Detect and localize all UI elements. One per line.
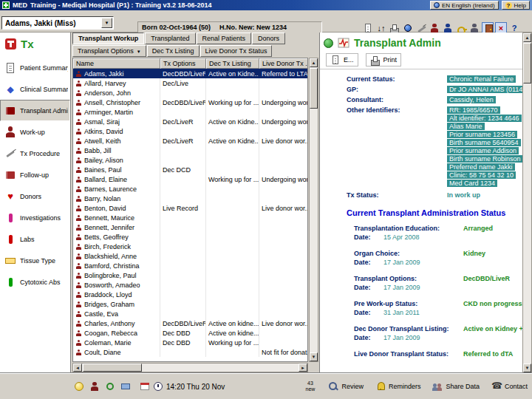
patient-row-coogan-rebecca[interactable]: Coogan, RebeccaDec DBDActive on kidne... bbox=[73, 328, 307, 338]
identifier-value: Med Card 1234 bbox=[447, 180, 497, 187]
filter-live-donor-tx-status[interactable]: Live Donor Tx Status bbox=[200, 45, 273, 57]
patient-row-bamford-christina[interactable]: Bamford, Christina bbox=[73, 261, 307, 270]
statusbar-item-contact[interactable]: Contact bbox=[491, 381, 528, 392]
tab-transplant-workup[interactable]: Transplant Workup bbox=[72, 33, 144, 44]
patient-name: Asmal, Siraj bbox=[84, 118, 120, 126]
scroll-up-button[interactable]: ▲ bbox=[310, 58, 318, 67]
scroll-down-button[interactable]: ▼ bbox=[523, 364, 531, 372]
language-button[interactable]: EN English (Ireland) bbox=[430, 1, 499, 10]
patient-name: Bridges, Graham bbox=[84, 301, 134, 308]
sidebar-item-follow-up[interactable]: Follow-up bbox=[0, 164, 70, 185]
user-status-icon[interactable] bbox=[89, 381, 100, 392]
sidebar-item-transplant-admin[interactable]: Transplant Admin bbox=[0, 100, 70, 121]
sidebar-item-labs[interactable]: Labs bbox=[0, 228, 70, 250]
patient-row-babb-jill[interactable]: Babb, Jill bbox=[73, 146, 307, 155]
help-button[interactable]: Help bbox=[502, 1, 530, 10]
help-button-label: Help bbox=[514, 2, 526, 9]
sidebar-item-clinical-summary[interactable]: Clinical Summary bbox=[0, 78, 70, 100]
patient-row-barry-nolan[interactable]: Barry, Nolan bbox=[73, 194, 307, 203]
patient-hno: H.No. New: New 1234 bbox=[219, 24, 295, 31]
scrollbar-thumb[interactable] bbox=[523, 43, 531, 83]
patient-row-asmal-siraj[interactable]: Asmal, SirajDec/LiveRActive on Kidne...U… bbox=[73, 117, 307, 126]
patient-row-allard-harvey[interactable]: Allard, HarveyDec/Live bbox=[73, 78, 307, 88]
card-icon[interactable] bbox=[120, 381, 131, 392]
patient-row-bosworth-amadeo[interactable]: Bosworth, Amadeo bbox=[73, 280, 307, 290]
scrollbar-thumb[interactable] bbox=[310, 68, 318, 109]
tab-renal-patients[interactable]: Renal Patients bbox=[197, 33, 252, 44]
lightbulb-icon[interactable] bbox=[74, 381, 84, 392]
sidebar-item-tx-procedure[interactable]: Tx Procedure bbox=[0, 143, 70, 164]
statusbar-item-share-data[interactable]: Share Data bbox=[432, 381, 480, 392]
patient-name: Adams, Jakki bbox=[84, 70, 124, 78]
tissue-type-icon bbox=[4, 255, 16, 267]
globe-icon bbox=[434, 2, 440, 8]
status-label: Live Donor Transplant Status: bbox=[354, 350, 463, 358]
chevron-down-icon[interactable] bbox=[101, 18, 112, 28]
identifier-value: Preferred name Jakki bbox=[447, 163, 515, 171]
patient-row-coleman-marie[interactable]: Coleman, MarieDec DBDWorking up for ... bbox=[73, 338, 307, 347]
recycle-icon[interactable] bbox=[105, 381, 115, 392]
worklist-horizontal-scrollbar[interactable]: ◄ ► bbox=[72, 363, 308, 372]
patient-row-atkins-david[interactable]: Atkins, David bbox=[73, 126, 307, 136]
window-title: Training - Mediqal Hospital (P1) : Train… bbox=[30, 1, 212, 9]
filter-dec-tx-listing[interactable]: Dec Tx Listing bbox=[147, 45, 200, 57]
status-value: Referred to dTA bbox=[463, 350, 513, 358]
refresh-icon[interactable] bbox=[324, 38, 333, 48]
tab-donors[interactable]: Donors bbox=[252, 33, 285, 44]
patient-row-bolingbroke-paul[interactable]: Bolingbroke, Paul bbox=[73, 270, 307, 280]
sidebar-item-donors[interactable]: Donors bbox=[0, 185, 70, 207]
patient-row-adams-jakki[interactable]: Adams, JakkiDecDBD/LiveRActive on Kidne.… bbox=[73, 69, 307, 78]
scrollbar-thumb[interactable] bbox=[83, 364, 142, 372]
scroll-left-button[interactable]: ◄ bbox=[73, 364, 82, 372]
column-header-dec-tx-listing[interactable]: Dec Tx Listing bbox=[206, 58, 259, 69]
patient-row-atwell-keith[interactable]: Atwell, KeithDec/LiveRActive on Kidne...… bbox=[73, 136, 307, 146]
tab-transplanted[interactable]: Transplanted bbox=[145, 33, 195, 44]
patient-row-arminger-martin[interactable]: Arminger, Martin bbox=[73, 107, 307, 117]
filter-transplant-options[interactable]: Transplant Options bbox=[72, 45, 146, 57]
patient-row-bennett-maurice[interactable]: Bennett, Maurice bbox=[73, 213, 307, 222]
patient-icon bbox=[75, 282, 82, 288]
sidebar-item-tissue-type[interactable]: Tissue Type bbox=[0, 250, 70, 271]
sidebar-item-patient-summary[interactable]: Patient Summary bbox=[0, 57, 70, 78]
detail-button-e[interactable]: E... bbox=[326, 53, 358, 66]
patient-row-barnes-laurence[interactable]: Barnes, Laurence bbox=[73, 184, 307, 194]
scroll-right-button[interactable]: ► bbox=[299, 364, 307, 372]
statusbar-item-label: Review bbox=[341, 383, 364, 390]
new-items-badge[interactable]: 43 new bbox=[306, 381, 316, 392]
statusbar-item-reminders[interactable]: Reminders bbox=[375, 381, 421, 392]
patient-row-charles-anthony[interactable]: Charles, AnthonyDecDBD/LiveRActive on ki… bbox=[73, 318, 307, 328]
patient-row-bailey-alison[interactable]: Bailey, Alison bbox=[73, 155, 307, 165]
patient-selector[interactable]: Adams, Jakki (Miss) bbox=[1, 16, 114, 30]
patient-row-castle-eva[interactable]: Castle, Eva bbox=[73, 309, 307, 318]
patient-row-anderson-john[interactable]: Anderson, John bbox=[73, 88, 307, 98]
patient-row-betts-geoffrey[interactable]: Betts, Geoffrey bbox=[73, 232, 307, 242]
detail-header: Transplant Admin bbox=[320, 33, 522, 52]
identifier-value: Alt identifier: 1234 4646 bbox=[447, 115, 522, 122]
patient-row-baines-paul[interactable]: Baines, PaulDec DCD bbox=[73, 165, 307, 174]
scroll-down-button[interactable]: ▼ bbox=[310, 352, 318, 361]
statusbar-item-review[interactable]: Review bbox=[328, 381, 364, 392]
patient-row-benton-david[interactable]: Benton, DavidLive RecordLive donor wor..… bbox=[73, 203, 307, 213]
patient-row-bridges-graham[interactable]: Bridges, Graham bbox=[73, 299, 307, 309]
column-header-live-donor-tx[interactable]: Live Donor Tx ... bbox=[259, 58, 308, 69]
patient-row-ansell-christopher[interactable]: Ansell, ChristopherDecDBD/LiveRWorking u… bbox=[73, 98, 307, 107]
sidebar-item-cytotoxic-abs[interactable]: Cytotoxic Abs bbox=[0, 271, 70, 293]
detail-vertical-scrollbar[interactable]: ▲ ▼ bbox=[522, 33, 532, 373]
column-header-name[interactable]: Name bbox=[73, 58, 160, 69]
patient-row-coult-diane[interactable]: Coult, DianeNot fit for donat... bbox=[73, 347, 307, 357]
scroll-up-button[interactable]: ▲ bbox=[523, 33, 531, 42]
patient-row-braddock-lloyd[interactable]: Braddock, Lloyd bbox=[73, 290, 307, 299]
date-value: 15 Apr 2008 bbox=[383, 233, 420, 241]
labs-icon bbox=[4, 233, 16, 245]
column-header-tx-options[interactable]: Tx Options bbox=[160, 58, 206, 69]
patient-row-blackshield-anne[interactable]: Blackshield, Anne bbox=[73, 251, 307, 261]
patient-row-birch-frederick[interactable]: Birch, Frederick bbox=[73, 242, 307, 251]
identifier-value: Birth surname Robinson bbox=[447, 155, 522, 163]
patient-row-ballard-elaine[interactable]: Ballard, ElaineWorking up for ...Undergo… bbox=[73, 174, 307, 184]
reminders-icon bbox=[375, 381, 386, 392]
sidebar-item-investigations[interactable]: Investigations bbox=[0, 207, 70, 228]
worklist-vertical-scrollbar[interactable]: ▲ ▼ bbox=[309, 58, 318, 362]
sidebar-item-work-up[interactable]: Work-up bbox=[0, 121, 70, 143]
patient-row-bennett-jennifer[interactable]: Bennett, Jennifer bbox=[73, 222, 307, 232]
detail-button-print[interactable]: Print bbox=[366, 53, 402, 66]
